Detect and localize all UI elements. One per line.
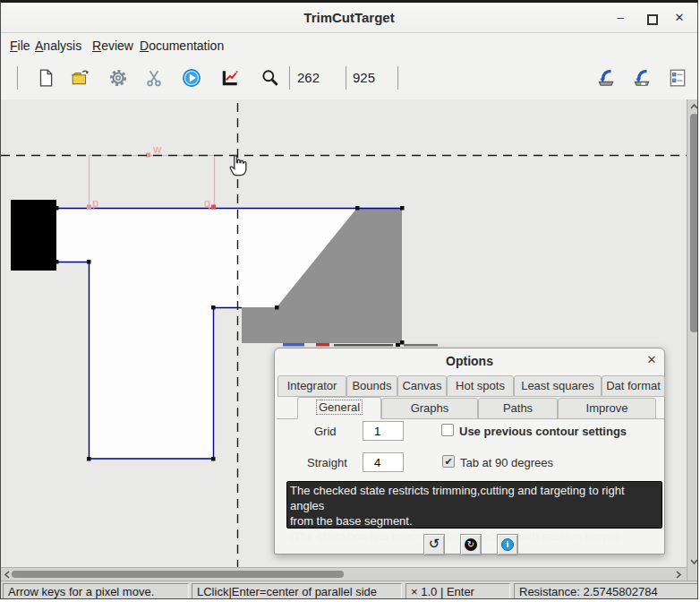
scroll-left-arrow[interactable] [4, 571, 11, 579]
checkbox-use-previous-label: Use previous contour settings [459, 425, 627, 438]
options-dialog: Options ✕ Integrator Bounds Canvas Hot s… [274, 348, 665, 555]
status-cell-resistance: Resistance: 2.5745802784 [514, 583, 698, 599]
open-folder-icon [71, 68, 90, 88]
tab-bounds[interactable]: Bounds [346, 375, 397, 397]
tab-graphs[interactable]: Graphs [381, 398, 478, 419]
undo-icon: ↺ [429, 536, 440, 552]
reset-icon: ↻ [465, 538, 477, 551]
zoom-tool-button[interactable] [260, 68, 280, 88]
tab-baseline [381, 418, 664, 419]
checkbox-use-previous[interactable] [441, 424, 454, 436]
cut-button[interactable] [144, 68, 164, 88]
import-disk-icon [632, 68, 652, 88]
grid-input[interactable] [363, 421, 404, 441]
undo-button[interactable]: ↺ [423, 534, 445, 555]
menu-item-file[interactable]: File [6, 37, 34, 55]
magnifier-icon [260, 68, 280, 88]
tab-canvas[interactable]: Canvas [397, 375, 447, 397]
info-button[interactable]: i [497, 534, 518, 555]
status-cell-hint: Arrow keys for a pixel move. [3, 583, 189, 599]
straight-label: Straight [307, 456, 347, 469]
minimize-button[interactable]: – [611, 10, 629, 26]
label-q: q [204, 196, 210, 210]
play-icon [182, 68, 201, 88]
menu-item-analysis[interactable]: Analysis [31, 37, 85, 55]
import-button-2[interactable] [632, 68, 652, 88]
run-button[interactable] [182, 68, 201, 88]
reset-button[interactable]: ↻ [460, 534, 482, 555]
horizontal-scrollbar[interactable] [1, 567, 687, 580]
measure-anchor-q [211, 205, 216, 210]
horizontal-scroll-thumb[interactable] [12, 571, 344, 578]
menu-item-documentation[interactable]: Documentation [136, 37, 227, 55]
info-icon: i [501, 538, 514, 551]
import-button-1[interactable] [596, 68, 616, 88]
statusbar: Arrow keys for a pixel move. LClick|Ente… [1, 580, 697, 599]
dialog-title: Options [275, 354, 664, 368]
tab-improve[interactable]: Improve [558, 398, 656, 419]
new-file-button[interactable] [36, 68, 55, 88]
tab-baseline [277, 418, 297, 419]
gear-icon [108, 68, 128, 88]
close-button[interactable]: ✕ [670, 10, 688, 26]
options-list-button[interactable] [668, 68, 687, 88]
tab-hot-spots[interactable]: Hot spots [447, 375, 514, 397]
import-arrow-icon [596, 68, 616, 88]
maximize-button[interactable] [647, 14, 658, 25]
label-w: w [152, 142, 162, 156]
toolbar: 262 925 [1, 56, 697, 100]
tab-paths[interactable]: Paths [478, 398, 558, 419]
status-cell-action: LClick|Enter=center of parallel side [192, 583, 402, 599]
application-window: TrimCutTarget – ✕ File Analysis Review D… [0, 0, 698, 599]
menu-item-review[interactable]: Review [89, 37, 137, 55]
grid-label: Grid [314, 425, 337, 438]
checkbox-tab-90-label: Tab at 90 degrees [460, 456, 553, 469]
menubar: File Analysis Review Documentation [1, 33, 697, 56]
black-block [11, 200, 56, 271]
straight-input[interactable] [363, 452, 404, 472]
checklist-icon [668, 68, 687, 88]
label-p: p [92, 196, 98, 210]
tab-dat-format[interactable]: Dat format [602, 375, 665, 397]
dialog-close-button[interactable]: ✕ [645, 353, 659, 367]
tooltip-line: The checked state restricts trimming,cut… [290, 483, 659, 513]
hand-cursor [230, 156, 246, 176]
tooltip-line: from the base segment. [290, 513, 659, 529]
document-icon [36, 68, 55, 88]
status-cell-zoom: × 1.0 | Enter [405, 583, 510, 599]
checkbox-tab-90[interactable]: ✔ [442, 455, 455, 468]
toolbar-separator [397, 66, 398, 90]
open-file-button[interactable] [71, 68, 90, 88]
scroll-down-arrow[interactable] [690, 558, 698, 565]
toolbar-separator [289, 66, 290, 90]
toolbar-separator [346, 66, 346, 90]
measure-anchor-p [87, 205, 91, 210]
tab-integrator[interactable]: Integrator [277, 375, 346, 397]
toolbar-separator [17, 66, 18, 90]
scissors-icon [144, 68, 164, 88]
coordinate-x-value: 262 [297, 70, 320, 85]
measure-rect [90, 156, 215, 209]
coordinate-y-value: 925 [353, 70, 375, 85]
tab-general[interactable]: General [297, 397, 381, 419]
tab-least-squares[interactable]: Least squares [514, 375, 602, 397]
vertical-scroll-thumb[interactable] [690, 114, 698, 332]
settings-button[interactable] [108, 68, 128, 88]
occluded-canvas-text [283, 343, 438, 347]
window-title: TrimCutTarget [1, 10, 697, 25]
chart-icon [220, 68, 240, 88]
scroll-up-arrow[interactable] [690, 103, 698, 110]
titlebar[interactable]: TrimCutTarget – ✕ [1, 3, 697, 33]
plot-button[interactable] [220, 68, 240, 88]
scroll-right-arrow[interactable] [675, 571, 682, 579]
vertical-scrollbar[interactable] [687, 99, 698, 580]
tooltip: The checked state restricts trimming,cut… [286, 481, 662, 529]
